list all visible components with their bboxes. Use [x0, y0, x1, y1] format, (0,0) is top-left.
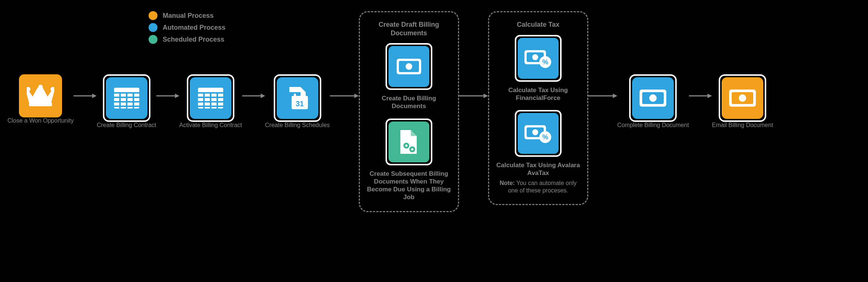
svg-rect-22 [203, 92, 205, 108]
arrow-icon [459, 93, 488, 100]
step-complete-billing-document: Complete Billing Document [617, 74, 689, 129]
svg-marker-54 [613, 94, 617, 98]
tile-border: 31 [274, 74, 321, 122]
cash-percent-icon: % [518, 113, 559, 154]
tile-border [629, 74, 677, 122]
svg-marker-16 [175, 94, 179, 98]
tile-border [103, 74, 150, 122]
table-icon [190, 77, 231, 119]
step-label: Close a Won Opportunity [7, 117, 74, 124]
tile-border [386, 43, 432, 90]
step-create-due-billing-documents: Create Due Billing Documents [367, 43, 451, 110]
arrow-icon [74, 93, 97, 100]
svg-point-2 [38, 85, 43, 89]
group-create-draft-billing-documents: Create Draft Billing Documents Create Du… [359, 11, 459, 212]
svg-marker-59 [708, 94, 712, 98]
step-label: Complete Billing Document [617, 122, 689, 129]
calendar-doc-icon: 31 [277, 77, 318, 119]
step-calculate-tax-financialforce: % Calculate Tax Using FinancialForce [496, 35, 581, 102]
svg-point-50 [532, 129, 538, 135]
arrow-icon [242, 93, 265, 100]
svg-rect-30 [303, 94, 306, 98]
step-calculate-tax-avalara: % Calculate Tax Using Avalara AvaTax Not… [496, 110, 581, 194]
note-bold: Note: [500, 180, 515, 186]
group-note: Note: You can automate only one of these… [496, 179, 581, 194]
svg-point-36 [406, 63, 412, 70]
tile-border: % [515, 110, 562, 157]
cash-icon [389, 46, 429, 87]
step-label: Create Billing Schedules [265, 122, 330, 129]
table-icon [106, 77, 147, 119]
arrow-icon [156, 93, 179, 100]
note-text: You can automate only one of these proce… [508, 180, 577, 194]
step-label: Create Subsequent Billing Documents When… [367, 170, 451, 201]
svg-point-3 [51, 87, 54, 91]
arrow-icon [588, 93, 617, 100]
arrow-icon [689, 93, 712, 100]
step-close-won-opportunity: Close a Won Opportunity [7, 74, 74, 124]
process-flow: Close a Won Opportunity [7, 11, 773, 212]
arrow-icon [330, 93, 359, 100]
svg-rect-14 [133, 92, 134, 108]
svg-point-38 [405, 145, 407, 147]
svg-rect-12 [119, 92, 121, 108]
svg-point-1 [27, 87, 30, 91]
svg-point-40 [411, 148, 413, 150]
group-title: Calculate Tax [517, 20, 559, 29]
crown-icon [19, 74, 62, 117]
step-label: Calculate Tax Using FinancialForce [496, 86, 581, 102]
svg-text:%: % [542, 133, 548, 141]
svg-point-45 [532, 54, 538, 60]
step-activate-billing-contract: Activate Billing Contract [179, 74, 242, 129]
group-calculate-tax: Calculate Tax % Calculate Tax Using Fina… [488, 11, 588, 205]
step-label: Email Billing Document [712, 122, 773, 129]
tile-border: % [515, 35, 562, 82]
group-title: Create Draft Billing Documents [367, 20, 451, 37]
svg-rect-29 [294, 94, 296, 98]
svg-marker-5 [92, 94, 97, 98]
step-label: Activate Billing Contract [179, 122, 242, 129]
step-label: Create Due Billing Documents [367, 94, 451, 110]
svg-rect-13 [126, 92, 127, 108]
step-create-billing-contract: Create Billing Contract [97, 74, 156, 129]
tile-border [386, 119, 432, 165]
step-email-billing-document: Email Billing Document [712, 74, 773, 129]
step-create-subsequent-billing-documents: Create Subsequent Billing Documents When… [367, 119, 451, 201]
doc-gears-icon [389, 121, 429, 162]
svg-rect-0 [29, 103, 52, 106]
svg-marker-26 [261, 94, 265, 98]
svg-marker-33 [354, 94, 359, 98]
svg-point-57 [649, 94, 657, 102]
tile-border [719, 74, 766, 122]
cash-icon [722, 77, 763, 119]
step-label: Calculate Tax Using Avalara AvaTax [496, 161, 581, 177]
svg-point-62 [739, 94, 746, 102]
svg-marker-42 [484, 94, 488, 98]
step-create-billing-schedules: 31 Create Billing Schedules [265, 74, 330, 129]
cash-icon [632, 77, 674, 119]
svg-rect-24 [217, 92, 218, 108]
tile-border [187, 74, 234, 122]
svg-text:%: % [542, 58, 548, 66]
svg-rect-23 [210, 92, 211, 108]
cash-percent-icon: % [518, 38, 559, 79]
svg-text:31: 31 [296, 100, 304, 108]
step-label: Create Billing Contract [97, 122, 156, 129]
